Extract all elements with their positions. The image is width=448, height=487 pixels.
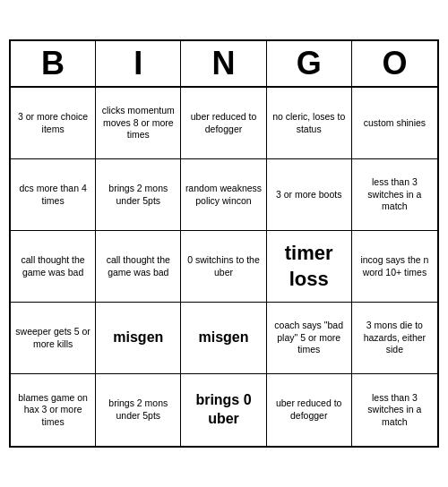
- bingo-cell-8: 3 or more boots: [267, 159, 352, 231]
- header-cell-b: B: [11, 41, 96, 88]
- bingo-card: BINGO 3 or more choice itemsclicks momen…: [9, 39, 439, 448]
- bingo-cell-10: call thought the game was bad: [11, 231, 96, 303]
- bingo-cell-0: 3 or more choice items: [11, 88, 96, 159]
- bingo-cell-7: random weakness policy wincon: [181, 159, 266, 231]
- bingo-grid: 3 or more choice itemsclicks momentum mo…: [11, 88, 437, 446]
- bingo-cell-3: no cleric, loses to status: [267, 88, 352, 159]
- bingo-cell-2: uber reduced to defogger: [181, 88, 266, 159]
- bingo-cell-16: misgen: [96, 303, 181, 374]
- bingo-cell-6: brings 2 mons under 5pts: [96, 159, 181, 231]
- bingo-cell-15: sweeper gets 5 or more kills: [11, 303, 96, 374]
- bingo-cell-9: less than 3 switches in a match: [352, 159, 437, 231]
- bingo-cell-11: call thought the game was bad: [96, 231, 181, 303]
- bingo-cell-4: custom shinies: [352, 88, 437, 159]
- bingo-cell-17: misgen: [181, 303, 266, 374]
- header-cell-g: G: [267, 41, 352, 88]
- bingo-cell-14: incog says the n word 10+ times: [352, 231, 437, 303]
- header-cell-i: I: [96, 41, 181, 88]
- bingo-cell-12: 0 switchins to the uber: [181, 231, 266, 303]
- bingo-cell-22: brings 0 uber: [181, 374, 266, 446]
- bingo-cell-13: timer loss: [267, 231, 352, 303]
- header-cell-o: O: [352, 41, 437, 88]
- bingo-cell-19: 3 mons die to hazards, either side: [352, 303, 437, 374]
- bingo-cell-21: brings 2 mons under 5pts: [96, 374, 181, 446]
- bingo-cell-18: coach says "bad play" 5 or more times: [267, 303, 352, 374]
- bingo-cell-20: blames game on hax 3 or more times: [11, 374, 96, 446]
- bingo-cell-1: clicks momentum moves 8 or more times: [96, 88, 181, 159]
- bingo-cell-24: less than 3 switches in a match: [352, 374, 437, 446]
- bingo-cell-5: dcs more than 4 times: [11, 159, 96, 231]
- bingo-cell-23: uber reduced to defogger: [267, 374, 352, 446]
- header-cell-n: N: [181, 41, 266, 88]
- bingo-header: BINGO: [11, 41, 437, 88]
